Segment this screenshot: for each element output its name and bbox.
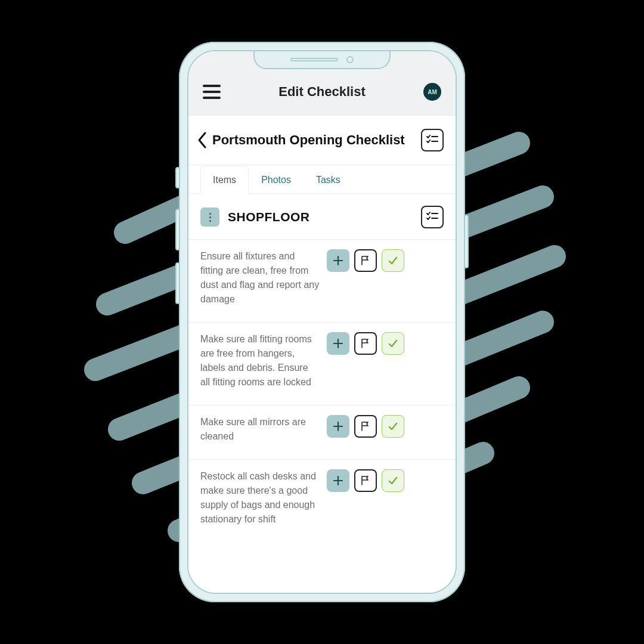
check-button[interactable] — [382, 332, 404, 355]
back-chevron-icon[interactable] — [197, 131, 208, 149]
checklist-title-row: Portsmouth Opening Checklist — [188, 116, 456, 165]
flag-button[interactable] — [354, 469, 377, 492]
check-icon — [387, 475, 399, 487]
flag-icon — [360, 338, 371, 349]
app-screen: Edit Checklist AM Portsmouth Opening Che… — [188, 51, 456, 593]
section-title: SHOPFLOOR — [228, 210, 413, 224]
add-button[interactable] — [327, 415, 349, 438]
page-title: Edit Checklist — [278, 84, 365, 100]
flag-button[interactable] — [354, 332, 377, 355]
phone-side-button — [175, 167, 180, 188]
tab-tasks[interactable]: Tasks — [304, 166, 353, 194]
item-text: Restock all cash desks and make sure the… — [200, 469, 320, 527]
drag-handle-icon[interactable] — [200, 208, 219, 227]
avatar[interactable]: AM — [423, 83, 441, 101]
item-text: Ensure all fixtures and fitting are clea… — [200, 249, 320, 306]
check-icon — [387, 255, 399, 267]
plus-icon — [333, 338, 343, 349]
phone-frame: Edit Checklist AM Portsmouth Opening Che… — [179, 42, 465, 602]
list-item: Make sure all mirrors are cleaned — [188, 405, 456, 460]
flag-icon — [360, 421, 371, 432]
flag-icon — [360, 255, 371, 266]
check-button[interactable] — [382, 415, 404, 438]
flag-icon — [360, 475, 371, 486]
flag-button[interactable] — [354, 249, 377, 272]
checklist-options-button[interactable] — [421, 129, 444, 151]
plus-icon — [333, 475, 343, 486]
phone-speaker — [290, 58, 338, 61]
hamburger-menu-icon[interactable] — [203, 85, 221, 99]
section-options-button[interactable] — [421, 206, 444, 228]
tab-items[interactable]: Items — [200, 166, 249, 194]
add-button[interactable] — [327, 469, 349, 492]
list-item: Restock all cash desks and make sure the… — [188, 460, 456, 542]
item-actions — [327, 249, 404, 306]
checklist-icon — [426, 135, 438, 145]
list-item: Ensure all fixtures and fitting are clea… — [188, 239, 456, 323]
section-header: SHOPFLOOR — [188, 194, 456, 238]
add-button[interactable] — [327, 332, 349, 355]
item-actions — [327, 332, 404, 389]
check-button[interactable] — [382, 469, 404, 492]
add-button[interactable] — [327, 249, 349, 272]
phone-notch — [253, 51, 391, 69]
content-card: Portsmouth Opening Checklist Items Photo… — [188, 116, 456, 593]
item-actions — [327, 415, 404, 444]
phone-camera — [346, 56, 354, 63]
phone-side-button — [464, 215, 469, 268]
tab-photos[interactable]: Photos — [249, 166, 304, 194]
plus-icon — [333, 421, 343, 432]
checklist-items: Ensure all fixtures and fitting are clea… — [188, 238, 456, 593]
tabs: Items Photos Tasks — [188, 165, 456, 194]
phone-side-button — [175, 262, 180, 304]
item-actions — [327, 469, 404, 527]
check-icon — [387, 420, 399, 432]
item-text: Make sure all mirrors are cleaned — [200, 415, 320, 444]
phone-side-button — [175, 209, 180, 250]
checklist-icon — [426, 212, 438, 222]
plus-icon — [333, 255, 343, 266]
check-icon — [387, 338, 399, 349]
list-item: Make sure all fitting rooms are free fro… — [188, 323, 456, 405]
flag-button[interactable] — [354, 415, 377, 438]
check-button[interactable] — [382, 249, 404, 272]
checklist-title: Portsmouth Opening Checklist — [212, 132, 416, 148]
item-text: Make sure all fitting rooms are free fro… — [200, 332, 320, 389]
phone-screen-bezel: Edit Checklist AM Portsmouth Opening Che… — [187, 50, 457, 594]
